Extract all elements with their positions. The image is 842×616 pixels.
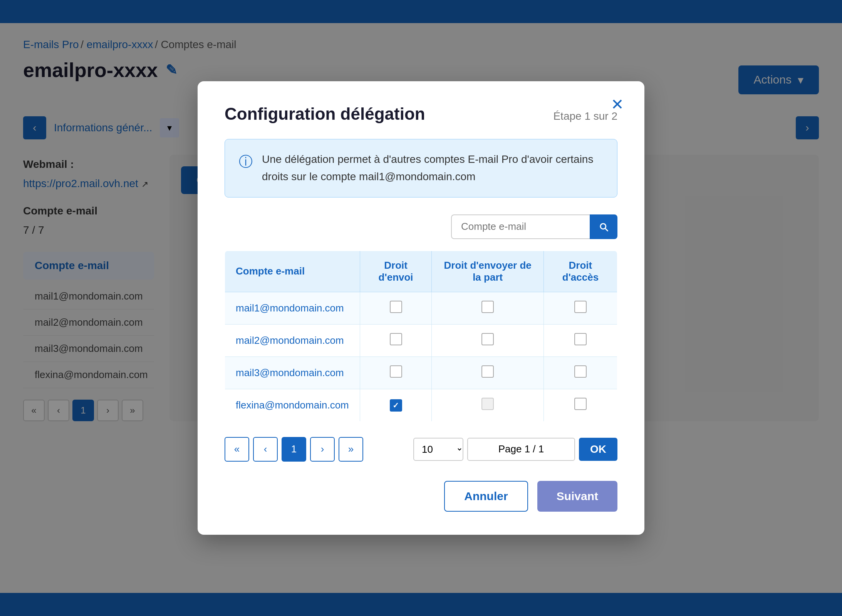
- table-cell-access: [543, 357, 617, 389]
- search-button[interactable]: [590, 214, 617, 239]
- table-cell-access: [543, 292, 617, 324]
- page-info-input[interactable]: [467, 438, 575, 461]
- table-cell-send: [360, 292, 432, 324]
- checkbox-send-as[interactable]: [481, 365, 494, 378]
- table-cell-email: mail2@mondomain.com: [225, 324, 360, 357]
- modal-overlay: ✕ Configuration délégation Étape 1 sur 2…: [0, 0, 842, 616]
- info-text: Une délégation permet à d'autres comptes…: [262, 151, 603, 186]
- table-cell-send: [360, 389, 432, 421]
- pag-prev[interactable]: ‹: [253, 437, 278, 462]
- checkbox-access[interactable]: [574, 398, 587, 410]
- table-cell-email: mail3@mondomain.com: [225, 357, 360, 389]
- col-send-as: Droit d'envoyer de la part: [432, 251, 543, 292]
- col-send: Droit d'envoi: [360, 251, 432, 292]
- checkbox-send[interactable]: [390, 365, 402, 378]
- checkbox-send-as[interactable]: [481, 333, 494, 345]
- pag-last[interactable]: »: [339, 437, 363, 462]
- checkbox-send[interactable]: [390, 399, 402, 412]
- info-banner: ⓘ Une délégation permet à d'autres compt…: [225, 139, 617, 198]
- table-cell-access: [543, 324, 617, 357]
- checkbox-access[interactable]: [574, 333, 587, 345]
- col-access: Droit d'accès: [543, 251, 617, 292]
- checkbox-send-as[interactable]: [481, 301, 494, 313]
- search-input[interactable]: [451, 214, 590, 239]
- table-cell-email: flexina@mondomain.com: [225, 389, 360, 421]
- per-page-select[interactable]: 10 25 50: [413, 438, 463, 461]
- ok-button[interactable]: OK: [579, 438, 617, 461]
- table-cell-send-as: [432, 292, 543, 324]
- modal-close-button[interactable]: ✕: [606, 93, 629, 116]
- col-email: Compte e-mail: [225, 251, 360, 292]
- cancel-button[interactable]: Annuler: [444, 481, 528, 512]
- pag-first[interactable]: «: [225, 437, 249, 462]
- table-cell-send-as: [432, 389, 543, 421]
- checkbox-send[interactable]: [390, 333, 402, 345]
- table-cell-send: [360, 324, 432, 357]
- checkbox-send-as[interactable]: [481, 398, 494, 410]
- table-cell-send-as: [432, 357, 543, 389]
- checkbox-send[interactable]: [390, 301, 402, 313]
- table-cell-send: [360, 357, 432, 389]
- checkbox-access[interactable]: [574, 365, 587, 378]
- table-cell-send-as: [432, 324, 543, 357]
- delegation-table: Compte e-mail Droit d'envoi Droit d'envo…: [225, 251, 617, 422]
- table-cell-access: [543, 389, 617, 421]
- modal-title: Configuration délégation: [225, 104, 425, 124]
- checkbox-access[interactable]: [574, 301, 587, 313]
- pag-current[interactable]: 1: [282, 437, 306, 462]
- info-icon: ⓘ: [239, 152, 253, 171]
- table-cell-email: mail1@mondomain.com: [225, 292, 360, 324]
- modal-dialog: ✕ Configuration délégation Étape 1 sur 2…: [198, 81, 644, 535]
- pag-next[interactable]: ›: [310, 437, 335, 462]
- search-icon: [598, 221, 609, 232]
- next-button[interactable]: Suivant: [537, 481, 617, 512]
